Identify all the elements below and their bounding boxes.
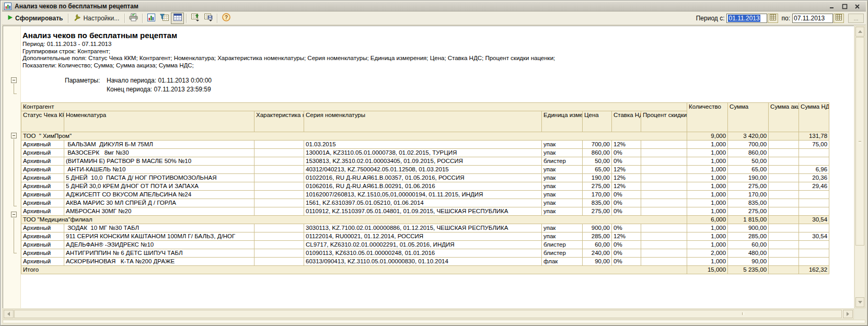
cell-characteristic[interactable] (254, 157, 304, 166)
cell-status[interactable]: Архивный (21, 199, 64, 207)
cell-price[interactable]: 60,00 (583, 241, 612, 249)
collapse-group-2-button[interactable] (11, 212, 17, 217)
cell-unit[interactable]: упак (542, 207, 583, 216)
cell-quantity[interactable]: 1,000 (687, 191, 728, 199)
cell-vat-rate[interactable]: 12% (612, 232, 641, 241)
table-row[interactable]: Архивный ВАЗОСЕРК 8мг №30130001А, KZ3110… (21, 149, 829, 157)
cell-discount[interactable] (641, 191, 687, 199)
cell-series[interactable]: 01022016, RU Д-RU.АЯ61.В.00357, 01.05.20… (304, 174, 542, 182)
cell-series[interactable]: 01122014, RU00021, 01.12.2014, РОССИЯ (304, 232, 542, 241)
cell-sum[interactable]: 1 815,00 (728, 216, 769, 224)
cell-price[interactable]: 240,00 (583, 249, 612, 258)
cell-series[interactable]: CL9717, KZ6310.02.01.00002291, 01.05.201… (304, 241, 542, 249)
cell-unit[interactable]: упак (542, 166, 583, 174)
minimize-button[interactable] (828, 3, 836, 10)
header-vat-rate[interactable]: Ставка НДС (612, 111, 641, 132)
header-series[interactable]: Серия номенклатуры (304, 111, 542, 132)
table-row[interactable]: АрхивныйАНТИГРИППИН № 6 ДЕТС ШИПУЧ ТАБЛ0… (21, 249, 829, 258)
cell-group-name[interactable]: ТОО "Медицина"филиал (21, 216, 687, 224)
cell-excise-sum[interactable] (769, 232, 799, 241)
cell-vat-rate[interactable]: 0% (612, 207, 641, 216)
scroll-right-button[interactable] (843, 310, 853, 318)
cell-discount[interactable] (641, 174, 687, 182)
cell-price[interactable]: 90,00 (583, 258, 612, 266)
cell-quantity[interactable]: 1,000 (687, 149, 728, 157)
group-header-row[interactable]: ТОО " ХимПром"9,0003 420,00131,78 (21, 132, 829, 141)
cell-unit[interactable]: блистер (542, 249, 583, 258)
cell-series[interactable]: 01090113, KZ6310.05.01.00000248, 01.01.2… (304, 249, 542, 258)
settings-button[interactable]: Настройки... (71, 13, 122, 24)
cell-discount[interactable] (641, 182, 687, 191)
cell-characteristic[interactable] (254, 199, 304, 207)
header-sum[interactable]: Сумма (728, 103, 769, 132)
cell-vat-sum[interactable] (799, 224, 829, 232)
cell-nomenclature[interactable]: БАЛЬЗАМ ДИКУЛЯ Б-М 75МЛ (64, 141, 254, 149)
cell-sum[interactable]: 900,00 (728, 224, 769, 232)
cell-vat-sum[interactable] (799, 157, 829, 166)
total-row[interactable]: Итого15,0005 235,00162,32 (21, 266, 829, 274)
cell-excise-sum[interactable] (769, 258, 799, 266)
cell-nomenclature[interactable]: АСКОРБИНОВАЯ К-ТА №200 ДРАЖЕ (64, 258, 254, 266)
cell-vat-sum[interactable] (799, 149, 829, 157)
cell-nomenclature[interactable]: АДЕЛЬФАН® -ЭЗИДРЕКС №10 (64, 241, 254, 249)
cell-vat-sum[interactable] (799, 207, 829, 216)
cell-discount[interactable] (641, 249, 687, 258)
cell-price[interactable]: 170,00 (583, 191, 612, 199)
cell-discount[interactable] (641, 141, 687, 149)
cell-nomenclature[interactable]: АКВА МАРИС 30 МЛ СПРЕЙ Д / ГОРЛА (64, 199, 254, 207)
cell-status[interactable]: Архивный (21, 182, 64, 191)
cell-quantity[interactable]: 1,000 (687, 157, 728, 166)
cell-nomenclature[interactable]: 5 ДНЕЙ 10,0 ПАСТА Д/ НОГ ПРОТИВОМОЗОЛЬНА… (64, 174, 254, 182)
cell-discount[interactable] (641, 224, 687, 232)
save-settings-button[interactable] (202, 13, 215, 24)
cell-unit[interactable]: блистер (542, 241, 583, 249)
group-header-row[interactable]: ТОО "Медицина"филиал6,0001 815,0030,54 (21, 216, 829, 224)
cell-unit[interactable]: флак (542, 258, 583, 266)
header-excise-sum[interactable]: Сумма акциза (769, 103, 799, 132)
cell-quantity[interactable]: 2,000 (687, 249, 728, 258)
cell-vat-sum[interactable]: 29,46 (799, 182, 829, 191)
close-button[interactable] (853, 3, 861, 10)
cell-total-label[interactable]: Итого (21, 266, 687, 274)
cell-vat-rate[interactable]: 12% (612, 174, 641, 182)
cell-sum[interactable]: 480,00 (728, 249, 769, 258)
cell-sum[interactable]: 5 235,00 (728, 266, 769, 274)
period-to-input[interactable]: 07.11.2013 (792, 14, 833, 23)
collapse-params-button[interactable] (11, 77, 17, 83)
cell-excise-sum[interactable] (769, 157, 799, 166)
header-kkm-status[interactable]: Статус Чека ККМ (21, 111, 64, 132)
table-row[interactable]: АрхивныйАДЖИСЕПТ СО ВКУСОМ АПЕЛЬСИНА №24… (21, 191, 829, 199)
cell-excise-sum[interactable] (769, 166, 799, 174)
period-to-calendar-button[interactable] (834, 14, 844, 23)
cell-nomenclature[interactable]: АНТИ-КАШЕЛЬ №10 (64, 166, 254, 174)
header-price[interactable]: Цена (583, 111, 612, 132)
cell-price[interactable]: 285,00 (583, 232, 612, 241)
cell-characteristic[interactable] (254, 224, 304, 232)
cell-quantity[interactable]: 1,000 (687, 258, 728, 266)
cell-sum[interactable]: 170,00 (728, 191, 769, 199)
cell-nomenclature[interactable]: (ВИТАМИН Е) РАСТВОР В МАСЛЕ 50% №10 (64, 157, 254, 166)
cell-quantity[interactable]: 1,000 (687, 224, 728, 232)
cell-excise-sum[interactable] (769, 191, 799, 199)
cell-unit[interactable]: упак (542, 174, 583, 182)
vertical-scrollbar-thumb[interactable] (855, 37, 864, 246)
cell-status[interactable]: Архивный (21, 174, 64, 182)
cell-unit[interactable]: упак (542, 182, 583, 191)
cell-characteristic[interactable] (254, 149, 304, 157)
cell-vat-sum[interactable] (799, 241, 829, 249)
period-from-calendar-button[interactable] (768, 14, 778, 23)
cell-discount[interactable] (641, 199, 687, 207)
cell-series[interactable]: 3030113, KZ.7100.02.01.00000886, 01.12.2… (304, 224, 542, 232)
cell-quantity[interactable]: 6,000 (687, 216, 728, 224)
cell-status[interactable]: Архивный (21, 241, 64, 249)
cell-quantity[interactable]: 1,000 (687, 182, 728, 191)
cell-discount[interactable] (641, 166, 687, 174)
cell-unit[interactable]: упак (542, 191, 583, 199)
cell-vat-rate[interactable]: 12% (612, 141, 641, 149)
cell-nomenclature[interactable]: ЗОДАК 10 МГ №30 ТАБЛ (64, 224, 254, 232)
table-row[interactable]: Архивный АНТИ-КАШЕЛЬ №1040312/040213, KZ… (21, 166, 829, 174)
cell-unit[interactable]: блистер (542, 157, 583, 166)
cell-price[interactable]: 700,00 (583, 141, 612, 149)
table-row[interactable]: АрхивныйАМБРОСАН 30МГ №200110912, KZ.151… (21, 207, 829, 216)
print-button[interactable] (127, 13, 140, 24)
